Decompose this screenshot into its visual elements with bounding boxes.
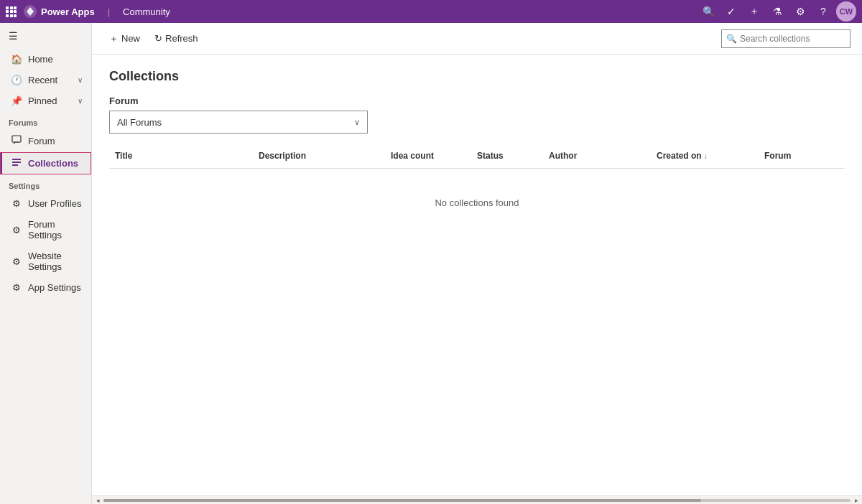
nav-divider: | [108,6,110,17]
recent-expand-icon: ∨ [78,76,83,84]
col-status[interactable]: Status [471,148,543,164]
col-status-label: Status [477,151,504,161]
sidebar-item-user-profiles[interactable]: ⚙ User Profiles [0,193,91,214]
search-box[interactable]: 🔍 [721,29,851,48]
app-name: Power Apps [41,6,95,17]
scroll-right-arrow[interactable]: ▸ [852,496,861,505]
forum-settings-icon: ⚙ [11,225,22,235]
favorite-icon-btn[interactable]: ✓ [721,1,741,22]
empty-message-text: No collections found [435,197,519,208]
collections-table: Title Description Idea count Status Auth… [109,148,845,237]
sidebar-user-profiles-label: User Profiles [28,198,83,209]
recent-icon: 🕐 [11,75,22,85]
search-input[interactable] [740,34,845,44]
new-button[interactable]: ＋ New [103,29,146,49]
user-profiles-icon: ⚙ [11,198,22,209]
sidebar-forum-label: Forum [28,136,83,146]
sidebar-app-settings-label: App Settings [28,282,83,293]
settings-icon-btn[interactable]: ⚙ [790,1,810,22]
scroll-track[interactable] [103,499,851,502]
app-settings-icon: ⚙ [11,282,22,293]
search-icon: 🔍 [726,34,737,44]
sidebar-home-label: Home [28,54,83,65]
user-avatar-btn[interactable]: CW [836,1,856,22]
sidebar: ☰ 🏠 Home 🕐 Recent ∨ 📌 Pinned ∨ Forums Fo… [0,23,92,504]
hamburger-menu-btn[interactable]: ☰ [0,23,91,49]
col-idea-count-label: Idea count [391,151,434,161]
forum-filter-label: Forum [109,95,845,106]
sort-descending-icon: ↓ [704,152,708,160]
col-description-label: Description [259,151,306,161]
pinned-expand-icon: ∨ [78,97,83,105]
app-brand: Power Apps [24,5,95,18]
refresh-icon: ↻ [154,33,162,44]
sidebar-pinned-label: Pinned [28,95,72,106]
sidebar-item-pinned[interactable]: 📌 Pinned ∨ [0,90,91,111]
chevron-down-icon: ∨ [354,118,360,127]
col-created-on[interactable]: Created on ↓ [651,148,759,164]
col-forum-label: Forum [764,151,791,161]
forum-dropdown-value: All Forums [117,117,162,128]
sidebar-forum-settings-label: Forum Settings [28,219,83,241]
col-title-label: Title [115,151,132,161]
svg-rect-1 [12,136,21,142]
filter-icon-btn[interactable]: ⚗ [767,1,787,22]
svg-rect-2 [12,159,21,160]
sidebar-item-forum-settings[interactable]: ⚙ Forum Settings [0,214,91,246]
collections-icon [11,157,22,169]
refresh-button-label: Refresh [165,33,198,44]
forums-section-label: Forums [0,111,91,130]
sidebar-website-settings-label: Website Settings [28,251,83,272]
content-area: ＋ New ↻ Refresh 🔍 Collections Forum All … [92,23,862,504]
col-created-on-label: Created on [657,151,702,161]
forum-icon [11,135,22,147]
community-label: Community [123,6,170,17]
sidebar-item-recent[interactable]: 🕐 Recent ∨ [0,70,91,90]
home-icon: 🏠 [11,54,22,65]
sidebar-item-app-settings[interactable]: ⚙ App Settings [0,277,91,298]
horizontal-scrollbar[interactable]: ◂ ▸ [92,495,862,504]
table-header: Title Description Idea count Status Auth… [109,148,845,169]
settings-section-label: Settings [0,174,91,193]
pinned-icon: 📌 [11,95,22,106]
scroll-left-arrow[interactable]: ◂ [93,496,102,505]
sidebar-item-collections[interactable]: Collections [0,152,91,174]
main-layout: ☰ 🏠 Home 🕐 Recent ∨ 📌 Pinned ∨ Forums Fo… [0,23,862,504]
page-content: Collections Forum All Forums ∨ Title Des… [92,55,862,495]
search-icon-btn[interactable]: 🔍 [698,1,718,22]
table-empty-message: No collections found [109,169,845,237]
new-icon: ＋ [109,32,119,45]
sidebar-item-website-settings[interactable]: ⚙ Website Settings [0,246,91,277]
sidebar-item-forum[interactable]: Forum [0,130,91,152]
svg-rect-3 [12,162,21,163]
top-navigation: Power Apps | Community 🔍 ✓ ＋ ⚗ ⚙ ? CW [0,0,862,23]
help-icon-btn[interactable]: ? [813,1,833,22]
website-settings-icon: ⚙ [11,256,22,267]
scroll-thumb[interactable] [103,499,701,502]
top-nav-icons: 🔍 ✓ ＋ ⚗ ⚙ ? CW [698,1,856,22]
svg-rect-4 [12,164,18,166]
new-button-label: New [121,33,140,44]
sidebar-collections-label: Collections [28,158,83,169]
col-description[interactable]: Description [253,148,385,164]
col-author[interactable]: Author [543,148,651,164]
col-author-label: Author [549,151,577,161]
power-apps-logo [24,5,37,18]
waffle-icon[interactable] [6,6,17,17]
col-idea-count[interactable]: Idea count [385,148,471,164]
toolbar: ＋ New ↻ Refresh 🔍 [92,23,862,55]
page-title: Collections [109,69,845,84]
forum-dropdown[interactable]: All Forums ∨ [109,111,368,134]
forum-filter-group: Forum All Forums ∨ [109,95,845,134]
add-icon-btn[interactable]: ＋ [744,1,764,22]
sidebar-item-home[interactable]: 🏠 Home [0,49,91,70]
col-forum[interactable]: Forum [759,148,845,164]
sidebar-recent-label: Recent [28,75,72,85]
col-title[interactable]: Title [109,148,253,164]
refresh-button[interactable]: ↻ Refresh [149,29,204,47]
